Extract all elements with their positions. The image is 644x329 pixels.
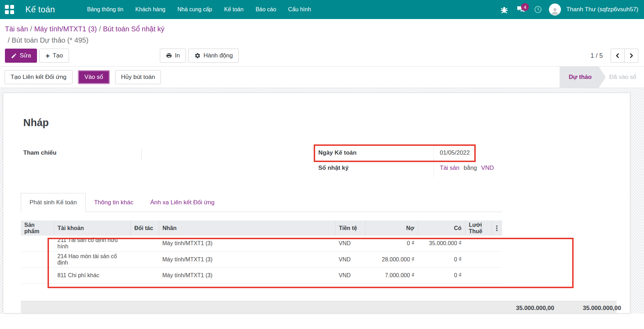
column-header-credit[interactable]: Có xyxy=(418,221,465,236)
message-count-badge: 4 xyxy=(521,3,529,11)
column-header-partner[interactable]: Đối tác xyxy=(131,221,159,236)
totals-bar: 35.000.000,00 35.000.000,00 xyxy=(21,301,617,314)
cell-label: Máy tính/MTXT1 (3) xyxy=(159,236,335,252)
control-buttons-row: Sửa + Tạo In Hành động 1 / 5 xyxy=(5,49,638,63)
app-title[interactable]: Kế toán xyxy=(25,5,55,14)
column-header-label[interactable]: Nhãn xyxy=(159,221,335,236)
menu-customers[interactable]: Khách hàng xyxy=(129,0,171,19)
form-view-background: Nháp Tham chiếu Ngày Kế toán 01/05/2022 … xyxy=(0,88,644,314)
create-counterpart-button[interactable]: Tạo Liên kết Đối ứng xyxy=(5,70,73,84)
journal-link[interactable]: Tài sản xyxy=(440,164,459,172)
kebab-icon xyxy=(495,225,499,231)
cell-label: Máy tính/MTXT1 (3) xyxy=(159,267,335,283)
total-credit: 35.000.000,00 xyxy=(542,305,621,312)
cell-partner xyxy=(131,236,159,252)
plus-icon: + xyxy=(45,52,50,60)
cell-debit: 7.000.000 ₫ xyxy=(365,267,418,283)
cell-credit: 0 ₫ xyxy=(418,267,465,283)
cell-partner xyxy=(131,252,159,267)
print-button[interactable]: In xyxy=(160,49,186,63)
pager-previous-button[interactable] xyxy=(611,49,625,63)
breadcrumb-asset-link[interactable]: Máy tính/MTXT1 (3) xyxy=(34,25,97,33)
cell-product xyxy=(21,236,54,252)
gear-icon xyxy=(194,52,201,59)
breadcrumb: Tài sản/Máy tính/MTXT1 (3)/Bút toán Sổ n… xyxy=(5,23,638,35)
column-header-currency[interactable]: Tiền tệ xyxy=(335,221,365,236)
form-sheet: Nháp Tham chiếu Ngày Kế toán 01/05/2022 … xyxy=(3,93,630,314)
record-state-title: Nháp xyxy=(23,117,49,129)
status-step-draft[interactable]: Dự thảo xyxy=(559,67,606,88)
cell-account: 811 Chi phí khác xyxy=(54,267,131,283)
cell-label: Máy tính/MTXT1 (3) xyxy=(159,252,335,267)
chevron-right-icon xyxy=(628,52,634,59)
cell-product xyxy=(21,252,54,267)
breadcrumb-assets-link[interactable]: Tài sản xyxy=(5,25,28,33)
pager-count: 1 / 5 xyxy=(590,52,603,60)
breadcrumb-separator: / xyxy=(97,25,103,33)
printer-icon xyxy=(166,52,172,59)
action-button[interactable]: Hành động xyxy=(188,49,239,63)
cell-currency: VND xyxy=(335,252,365,267)
status-step-posted[interactable]: Đã vào sổ xyxy=(606,67,644,88)
pager: 1 / 5 xyxy=(590,49,638,63)
main-menu: Bảng thông tin Khách hàng Nhà cung cấp K… xyxy=(81,0,317,19)
optional-columns-toggle[interactable] xyxy=(492,221,502,236)
cell-account: 214 Hao mòn tài sản cố định xyxy=(54,252,131,267)
top-navbar: Kế toán Bảng thông tin Khách hàng Nhà cu… xyxy=(0,0,644,19)
table-row[interactable]: 214 Hao mòn tài sản cố định Máy tính/MTX… xyxy=(21,252,502,267)
post-button[interactable]: Vào sổ xyxy=(78,70,110,84)
accounting-date-label: Ngày Kế toán xyxy=(318,149,357,156)
accounting-date-value: 01/05/2022 xyxy=(440,149,470,156)
breadcrumb-current: / Bút toán Dự thảo (* 495) xyxy=(5,35,638,46)
cancel-entry-button[interactable]: Hủy bút toán xyxy=(115,70,161,84)
journal-value-group: Tài sản bằng VND xyxy=(440,164,494,172)
menu-vendors[interactable]: Nhà cung cấp xyxy=(171,0,218,19)
tab-counterpart-mapping[interactable]: Ánh xạ Liên kết Đối ứng xyxy=(142,193,223,212)
journal-label: Sổ nhật ký xyxy=(318,164,349,172)
cell-currency: VND xyxy=(335,236,365,252)
column-header-product[interactable]: Sản phẩm xyxy=(21,221,54,236)
column-header-account[interactable]: Tài khoản xyxy=(54,221,131,236)
messages-icon[interactable]: 4 xyxy=(514,2,528,17)
create-button[interactable]: + Tạo xyxy=(39,49,69,63)
apps-menu-button[interactable] xyxy=(0,0,19,19)
menu-reports[interactable]: Báo cáo xyxy=(250,0,282,19)
cell-tax-grid xyxy=(465,267,492,283)
tab-journal-items[interactable]: Phát sinh Kế toán xyxy=(21,193,86,212)
journal-currency-link[interactable]: VND xyxy=(481,164,494,172)
pager-next-button[interactable] xyxy=(624,49,638,63)
cell-currency: VND xyxy=(335,267,365,283)
user-avatar[interactable] xyxy=(548,2,562,17)
cell-credit: 35.000.000 ₫ xyxy=(418,236,465,252)
journal-items-table: Sản phẩm Tài khoản Đối tác Nhãn Tiền tệ … xyxy=(21,221,502,284)
breadcrumb-journal-entries-link[interactable]: Bút toán Sổ nhật ký xyxy=(103,25,165,33)
status-steps: Dự thảo Đã vào sổ xyxy=(559,67,644,88)
cell-credit: 0 ₫ xyxy=(418,252,465,267)
user-name[interactable]: Thanh Thư (sqfzp6vsuh57) xyxy=(566,6,638,13)
cell-tax-grid xyxy=(465,252,492,267)
tab-other-info[interactable]: Thông tin khác xyxy=(86,193,142,212)
edit-button[interactable]: Sửa xyxy=(5,49,37,63)
apps-grid-icon xyxy=(5,5,14,14)
column-header-tax-grid[interactable]: Lưới Thuế xyxy=(465,221,492,236)
menu-accounting[interactable]: Kế toán xyxy=(218,0,249,19)
cell-tax-grid xyxy=(465,236,492,252)
control-panel: Tài sản/Máy tính/MTXT1 (3)/Bút toán Sổ n… xyxy=(0,19,644,66)
activities-clock-icon[interactable] xyxy=(531,2,545,17)
breadcrumb-separator: / xyxy=(28,25,35,33)
notebook-tabs: Phát sinh Kế toán Thông tin khác Ánh xạ … xyxy=(21,193,502,212)
field-column-divider xyxy=(433,146,434,178)
cell-partner xyxy=(131,267,159,283)
menu-dashboard[interactable]: Bảng thông tin xyxy=(81,0,129,19)
cell-debit: 0 ₫ xyxy=(365,236,418,252)
reference-field-divider xyxy=(141,149,142,161)
cell-product xyxy=(21,267,54,283)
table-row[interactable]: 211 Tài sản cố định hữu hình Máy tính/MT… xyxy=(21,236,502,252)
table-row[interactable]: 811 Chi phí khác Máy tính/MTXT1 (3) VND … xyxy=(21,267,502,283)
menu-configuration[interactable]: Cấu hình xyxy=(282,0,317,19)
cell-account: 211 Tài sản cố định hữu hình xyxy=(54,236,131,252)
journal-with-text: bằng xyxy=(464,164,477,172)
debug-bug-icon[interactable] xyxy=(497,2,511,17)
column-header-debit[interactable]: Nợ xyxy=(365,221,418,236)
statusbar: Tạo Liên kết Đối ứng Vào sổ Hủy bút toán… xyxy=(0,66,644,88)
